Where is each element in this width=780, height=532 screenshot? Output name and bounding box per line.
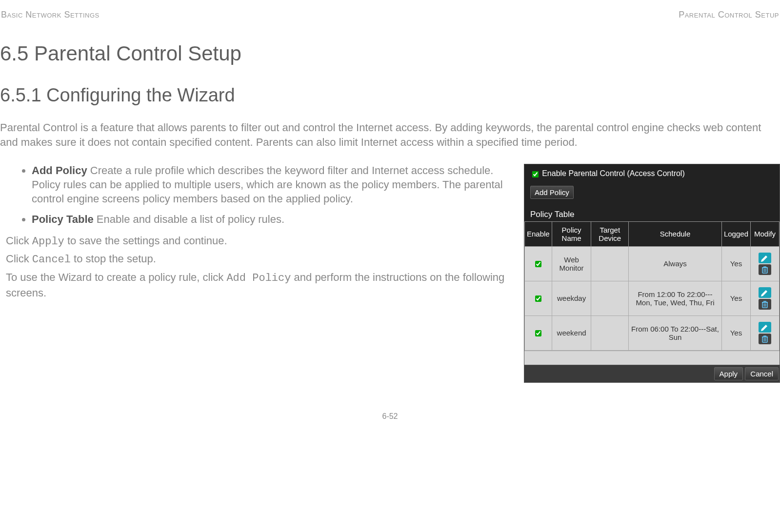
row-policy-name: Web Monitor bbox=[552, 246, 591, 281]
row-policy-name: weekend bbox=[552, 315, 591, 350]
col-enable: Enable bbox=[525, 221, 552, 246]
row-enable-checkbox[interactable] bbox=[535, 296, 541, 302]
bullet-label: Policy Table bbox=[32, 213, 94, 225]
row-logged: Yes bbox=[721, 315, 750, 350]
enable-parental-control-checkbox[interactable] bbox=[532, 171, 539, 177]
subsection-title: 6.5.1 Configuring the Wizard bbox=[0, 85, 780, 106]
col-target-device: Target Device bbox=[591, 221, 629, 246]
col-logged: Logged bbox=[721, 221, 750, 246]
table-row: weekendFrom 06:00 To 22:00---Sat, SunYes bbox=[525, 315, 780, 350]
header-left: Basic Network Settings bbox=[1, 10, 100, 20]
policy-table-caption: Policy Table bbox=[524, 203, 780, 221]
table-row: Web MonitorAlwaysYes bbox=[525, 246, 780, 281]
add-policy-button[interactable]: Add Policy bbox=[530, 186, 574, 199]
bullet-policy-table: Policy Table Enable and disable a list o… bbox=[32, 213, 509, 227]
row-logged: Yes bbox=[721, 281, 750, 315]
row-target-device bbox=[591, 246, 629, 281]
bullet-text: Create a rule profile which describes th… bbox=[32, 164, 503, 204]
paragraph-apply: Click Apply to save the settings and con… bbox=[6, 234, 509, 249]
edit-icon[interactable] bbox=[759, 322, 771, 333]
edit-icon[interactable] bbox=[759, 253, 771, 263]
code-apply: Apply bbox=[32, 236, 64, 248]
edit-icon[interactable] bbox=[759, 287, 771, 298]
table-row: weekdayFrom 12:00 To 22:00---Mon, Tue, W… bbox=[525, 281, 780, 315]
row-target-device bbox=[591, 315, 629, 350]
code-add-policy: Add Policy bbox=[226, 272, 291, 284]
paragraph-add-policy: To use the Wizard to create a policy rul… bbox=[6, 270, 509, 300]
row-policy-name: weekday bbox=[552, 281, 591, 315]
policy-table: Enable Policy Name Target Device Schedul… bbox=[524, 221, 780, 351]
delete-icon[interactable] bbox=[759, 264, 771, 275]
row-schedule: Always bbox=[629, 246, 722, 281]
bullet-text: Enable and disable a list of policy rule… bbox=[94, 213, 284, 225]
delete-icon[interactable] bbox=[759, 299, 771, 310]
row-target-device bbox=[591, 281, 629, 315]
enable-parental-control-label: Enable Parental Control (Access Control) bbox=[542, 169, 685, 177]
row-logged: Yes bbox=[721, 246, 750, 281]
col-modify: Modify bbox=[751, 221, 780, 246]
left-column: Add Policy Create a rule profile which d… bbox=[0, 164, 509, 303]
section-title: 6.5 Parental Control Setup bbox=[0, 42, 780, 65]
apply-button[interactable]: Apply bbox=[714, 367, 743, 380]
header-right: Parental Control Setup bbox=[679, 10, 779, 20]
page-number: 6-52 bbox=[0, 412, 780, 421]
row-schedule: From 06:00 To 22:00---Sat, Sun bbox=[629, 315, 722, 350]
col-policy-name: Policy Name bbox=[552, 221, 591, 246]
row-enable-checkbox[interactable] bbox=[535, 330, 541, 336]
paragraph-cancel: Click Cancel to stop the setup. bbox=[6, 252, 509, 267]
bullet-add-policy: Add Policy Create a rule profile which d… bbox=[32, 164, 509, 206]
cancel-button[interactable]: Cancel bbox=[745, 367, 779, 380]
delete-icon[interactable] bbox=[759, 334, 771, 344]
bullet-label: Add Policy bbox=[32, 164, 87, 177]
intro-paragraph: Parental Control is a feature that allow… bbox=[0, 120, 780, 149]
row-schedule: From 12:00 To 22:00---Mon, Tue, Wed, Thu… bbox=[629, 281, 722, 315]
col-schedule: Schedule bbox=[629, 221, 722, 246]
screenshot-panel: Enable Parental Control (Access Control)… bbox=[524, 164, 780, 383]
code-cancel: Cancel bbox=[32, 254, 71, 266]
row-enable-checkbox[interactable] bbox=[535, 261, 541, 267]
